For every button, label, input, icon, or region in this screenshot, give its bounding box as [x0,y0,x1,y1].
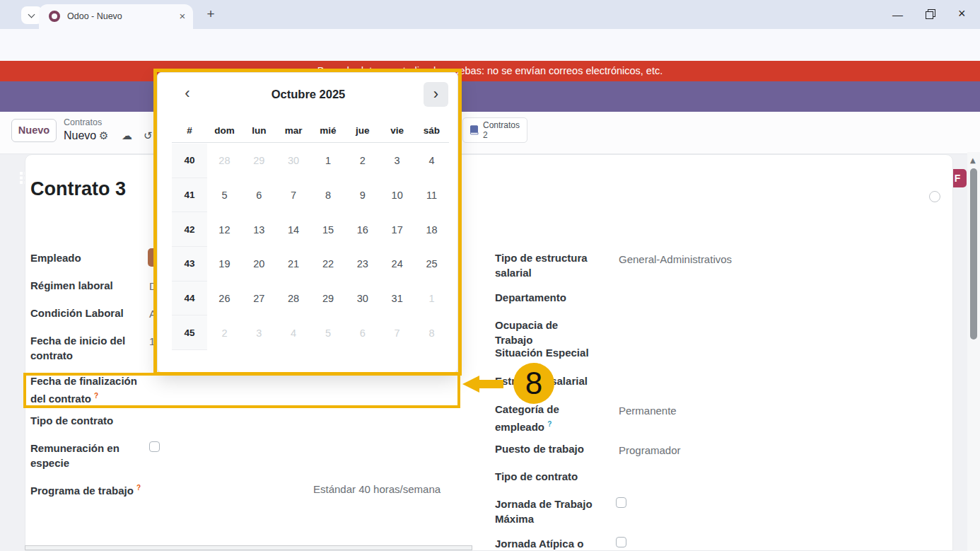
new-tab-button[interactable]: + [202,6,219,23]
calendar-day[interactable]: 13 [242,212,276,247]
calendar-day[interactable]: 17 [380,212,414,247]
stat-button-label: Contratos [483,120,520,130]
calendar-day[interactable]: 23 [345,247,380,282]
week-col-header: # [172,125,207,136]
tab-title: Odoo - Nuevo [67,11,122,21]
field-value[interactable]: Estándar 40 horas/semana [313,482,441,497]
calendar-day[interactable]: 12 [207,212,242,247]
calendar-day[interactable]: 16 [345,212,380,247]
help-icon[interactable]: ? [547,420,552,428]
calendar-day[interactable]: 1 [414,282,449,316]
calendar-day[interactable]: 30 [345,282,380,316]
calendar-day[interactable]: 29 [311,282,346,316]
next-month-icon[interactable]: › [424,82,448,107]
calendar-day[interactable]: 9 [345,178,380,213]
status-circle[interactable] [929,191,940,202]
calendar-day[interactable]: 31 [380,282,414,316]
field-label: Situación Especial [495,345,595,360]
field-label: Fecha de inicio del contrato [30,333,149,363]
field-label: Departamento [495,290,595,305]
calendar-day[interactable]: 6 [345,315,380,350]
calendar-day[interactable]: 19 [207,247,242,282]
calendar-day[interactable]: 26 [207,282,242,316]
field-value[interactable]: Permanente [619,403,677,418]
calendar-day[interactable]: 20 [242,247,276,282]
field-label: Jornada de Trabajo Máxima [495,497,595,526]
calendar-day[interactable]: 28 [207,144,242,178]
field-value[interactable]: General-Administrativos [619,252,732,267]
field-label: Categoría de empleado ? [495,402,595,434]
calendar-day[interactable]: 29 [242,144,276,178]
help-icon[interactable]: ? [136,484,141,492]
field-value[interactable]: Programador [619,443,681,458]
horizontal-scrollbar-thumb[interactable] [25,545,472,550]
calendar-month-label: Octubre 2025 [158,88,459,101]
field-value[interactable]: A [149,306,156,321]
browser-tab[interactable]: Odoo - Nuevo × [39,4,193,29]
calendar-day[interactable]: 25 [414,247,449,282]
day-header-lun: lun [242,125,276,136]
new-button[interactable]: Nuevo [11,119,57,142]
calendar-day[interactable]: 5 [207,178,242,213]
jornada-maxima-checkbox[interactable] [616,497,626,508]
vertical-scrollbar[interactable]: ▲ [967,152,980,551]
remuneracion-checkbox[interactable] [149,441,160,452]
calendar-day[interactable]: 21 [276,247,311,282]
calendar-day[interactable]: 8 [311,178,346,213]
contracts-stat-button[interactable]: Contratos 2 [462,117,527,143]
calendar-day[interactable]: 14 [276,212,311,247]
scrollbar-thumb[interactable] [970,168,977,340]
field-label: Fecha de finalización del contrato ? [30,373,149,406]
calendar-day[interactable]: 11 [414,178,449,213]
calendar-day[interactable]: 3 [242,315,276,350]
calendar-day[interactable]: 5 [311,315,346,350]
calendar-day[interactable]: 1 [311,144,346,178]
undo-discard-icon[interactable]: ↺ [144,129,153,142]
tab-close-icon[interactable]: × [176,10,189,23]
calendar-day[interactable]: 4 [276,315,311,350]
week-number: 43 [172,247,207,282]
calendar-day[interactable]: 18 [414,212,449,247]
field-label: Ocupacia de Trabajo [495,318,595,347]
calendar-day[interactable]: 4 [414,144,449,178]
calendar-day[interactable]: 2 [207,315,242,350]
window-minimize-button[interactable]: — [892,8,903,21]
calendar-week-row: 41567891011 [172,178,449,213]
calendar-day[interactable]: 7 [380,315,414,350]
calendar-day[interactable]: 24 [380,247,414,282]
calendar-day[interactable]: 22 [311,247,346,282]
week-number: 44 [172,282,207,316]
calendar-day[interactable]: 6 [242,178,276,213]
day-header-mar: mar [276,125,311,136]
scroll-up-icon[interactable]: ▲ [970,156,976,164]
field-label: Tipo de contrato [30,413,149,428]
field-label: Empleado [30,250,149,265]
calendar-grid: 4028293012344156789101142121314151617184… [172,144,449,350]
window-close-button[interactable]: × [958,6,966,21]
calendar-day[interactable]: 27 [242,282,276,316]
screen: Odoo - Nuevo × + — × ← → ⟳ democontable1… [0,0,980,551]
datepicker-popup: ‹ Octubre 2025 › # dom lun mar mié jue v… [157,72,458,373]
calendar-day[interactable]: 7 [276,178,311,213]
help-icon[interactable]: ? [94,392,98,400]
calendar-day[interactable]: 10 [380,178,414,213]
calendar-day[interactable]: 2 [345,144,380,178]
browser-tab-strip: Odoo - Nuevo × + — × [0,0,980,29]
stat-button-count: 2 [483,130,488,140]
week-number: 41 [172,178,207,213]
day-header-mie: mié [311,125,346,136]
calendar-day[interactable]: 8 [414,315,449,350]
calendar-day[interactable]: 28 [276,282,311,316]
field-label: Condición Laboral [30,306,149,320]
annotation-arrow-icon [462,374,503,394]
gear-icon[interactable]: ⚙ [99,129,108,142]
jornada-atipica-checkbox[interactable] [616,537,626,547]
cloud-save-icon[interactable]: ☁ [122,129,132,142]
breadcrumb-parent[interactable]: Contratos [64,117,102,127]
calendar-day[interactable]: 3 [380,144,414,178]
field-label: Jornada Atípica o [495,536,595,551]
window-restore-button-front[interactable] [926,11,933,19]
field-value[interactable]: D [149,279,157,294]
calendar-day[interactable]: 15 [311,212,346,247]
calendar-day[interactable]: 30 [276,144,311,178]
